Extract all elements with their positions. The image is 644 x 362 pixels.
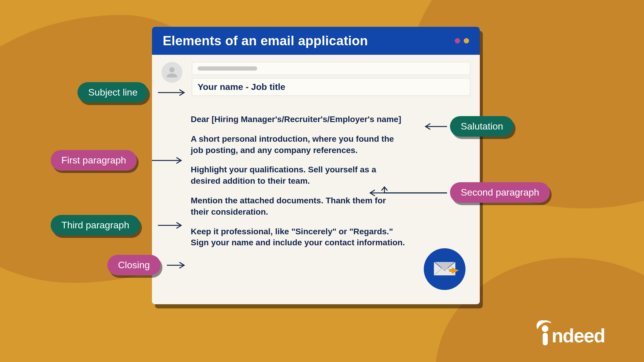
svg-text:ndeed: ndeed xyxy=(552,325,605,347)
indeed-logo: ndeed xyxy=(534,320,623,347)
window-title: Elements of an email application xyxy=(163,33,368,48)
label-closing: Closing xyxy=(107,255,161,275)
email-header-fields: Your name - Job title xyxy=(152,55,480,102)
window-dot-icon xyxy=(455,38,460,43)
window-dot-icon xyxy=(464,38,469,43)
window-titlebar: Elements of an email application xyxy=(152,27,480,55)
svg-point-9 xyxy=(542,325,548,332)
label-salutation: Salutation xyxy=(450,116,514,137)
arrow-icon xyxy=(367,184,447,199)
closing-text: Keep it professional, like "Sincerely" o… xyxy=(191,226,405,249)
label-subject-line: Subject line xyxy=(77,82,148,103)
email-window: Elements of an email application Your na… xyxy=(152,27,480,304)
svg-rect-10 xyxy=(543,333,548,345)
label-first-paragraph: First paragraph xyxy=(51,150,137,171)
second-paragraph-text: Highlight your qualifications. Sell your… xyxy=(191,164,405,187)
first-paragraph-text: A short personal introduction, where you… xyxy=(191,133,405,156)
arrow-icon xyxy=(158,88,188,97)
arrow-icon xyxy=(167,261,188,270)
arrow-icon xyxy=(152,156,185,165)
label-second-paragraph: Second paragraph xyxy=(450,182,550,203)
label-third-paragraph: Third paragraph xyxy=(51,215,140,235)
subject-field: Your name - Job title xyxy=(192,78,470,96)
arrow-icon xyxy=(158,221,185,230)
salutation-text: Dear [Hiring Manager's/Recruiter's/Emplo… xyxy=(191,114,459,125)
placeholder-bar xyxy=(198,66,257,71)
arrow-icon xyxy=(423,122,447,131)
recipient-field xyxy=(192,62,470,75)
send-button-icon xyxy=(424,248,465,290)
avatar-icon xyxy=(162,62,182,83)
window-controls xyxy=(455,38,469,43)
